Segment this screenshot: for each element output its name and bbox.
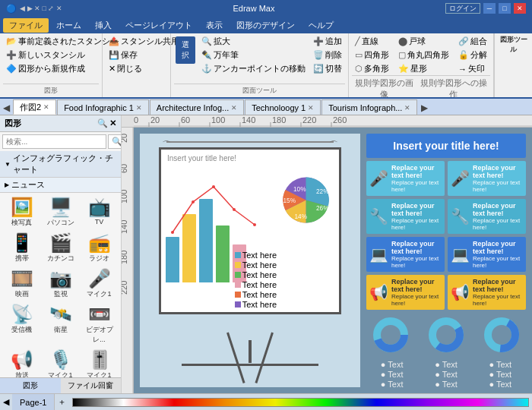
info-item-3a: 💻 Replace your text here! Replace your t… [366,237,445,272]
menu-insert[interactable]: 挿入 [89,18,118,33]
ribbon-new-from-shape[interactable]: 🔷 図形から新規作成 [3,62,99,75]
board-stand-left [226,333,245,384]
tab-tourism-close[interactable]: ✕ [404,104,410,112]
page-tab-1[interactable]: Page-1 [12,394,55,410]
sidebar-search-icon[interactable]: 🔍 [97,118,108,128]
menu-home[interactable]: ホーム [50,18,87,33]
sidebar-item-mic2[interactable]: 🎙️ マイク1 [42,348,79,377]
info-text-1a-main: Replace your text here! [391,164,442,179]
ribbon-polygon[interactable]: ⬡多角形 [352,62,392,75]
text-label-group-1: ● Text ● Text ● Text [381,360,404,387]
close-button[interactable]: ✕ [514,3,526,14]
sidebar-item-mobile[interactable]: 📱 携帯 [3,232,40,266]
ribbon-close[interactable]: ✕ 閉じる [106,62,167,75]
tabs-nav-left[interactable]: ◀ [0,101,13,115]
tab-technology[interactable]: Technoloogy 1 ✕ [245,99,321,115]
tab-food-infographic[interactable]: Food Infographic 1 ✕ [57,99,149,115]
laptop-info-icon-2: 💻 [451,245,470,263]
text-label-6: ● Text [435,380,458,387]
sidebar-search-button[interactable]: 🔍 [108,134,122,149]
sidebar-item-camera[interactable]: 📷 監視 [42,267,79,301]
sidebar-search: 🔍 [0,132,121,151]
menu-file[interactable]: ファイル [3,18,49,33]
sidebar-item-antenna[interactable]: 📡 受信機 [3,303,40,347]
tab-food-close[interactable]: ✕ [136,104,142,112]
ribbon-zoom[interactable]: 🔍拡大 [198,35,309,48]
sidebar-category-infographic[interactable]: ▼ インフォグラフィック・チャート [0,151,121,178]
text-label-group-3: ● Text ● Text ● Text [489,360,511,387]
ribbon-arrow[interactable]: →矢印 [455,62,490,75]
maximize-button[interactable]: □ [499,3,511,14]
svg-text:14%: 14% [295,213,308,220]
ribbon-combine[interactable]: 🔗組合 [455,35,490,48]
menu-view[interactable]: 表示 [200,18,229,33]
sidebar-item-video[interactable]: 📼 ビデオプレ... [81,303,118,347]
ribbon-predefined-stencil[interactable]: 📂 事前定義されたスタンシル [3,35,99,48]
sidebar-item-mic3[interactable]: 🎚️ マイク1 [81,348,118,377]
minimize-button[interactable]: ─ [483,3,496,14]
ribbon-shapes-lib-section: ╱直線 ▭四角形 ⬡多角形 ⬤戸球 ▢角丸四角形 ⭐星形 [349,33,494,97]
ribbon-anchor[interactable]: ⚓アンカーポイントの移動 [198,62,309,75]
sidebar-item-mic1[interactable]: 🎤 マイク1 [81,267,118,301]
ribbon-save[interactable]: 💾 保存 [106,49,167,62]
menu-shape-design[interactable]: 図形のデザイン [230,18,301,33]
sidebar-item-tv[interactable]: 📺 TV [81,196,118,230]
svg-text:60: 60 [181,115,190,125]
page-tabs-add[interactable]: ＋ [55,396,69,408]
tab-drawing2[interactable]: 作図2 ✕ [13,99,56,115]
tab-arch-close[interactable]: ✕ [231,104,237,112]
tab-tech-close[interactable]: ✕ [308,104,314,112]
menu-help[interactable]: ヘルプ [302,18,340,33]
sidebar-item-photo[interactable]: 🖼️ 検写真 [3,196,40,230]
ribbon-stencil-share[interactable]: 📤 スタンシル共用 [106,35,167,48]
ribbon-decompose[interactable]: 🔓分解 [455,49,490,62]
sidebar-search-input[interactable] [2,134,106,149]
ribbon-select-btn[interactable]: 選択 [174,35,197,65]
ribbon-shapes-items: 📂 事前定義されたスタンシル ➕ 新しいスタンシル 🔷 図形から新規作成 [3,35,99,84]
sidebar-item-satellite[interactable]: 🛰️ 衛星 [42,303,79,347]
info-text-2a-main: Replace your text here! [391,202,442,217]
login-button[interactable]: ログイン [445,3,480,14]
sidebar-item-broadcast[interactable]: 📢 放送 [3,348,40,377]
canvas-content[interactable]: ⌒ ⌒ Insert your title here! [134,128,532,393]
satellite-icon: 🛰️ [49,305,72,323]
tab-drawing2-close[interactable]: ✕ [43,103,49,111]
sidebar-item-film[interactable]: 🎞️ 映画 [3,267,40,301]
info-row-3: 💻 Replace your text here! Replace your t… [366,237,526,272]
sidebar-item-clapper[interactable]: 🎬 カチンコ [42,232,79,266]
tab-architecture[interactable]: Architecture Infog... ✕ [150,99,244,115]
select-btn-inner[interactable]: 選択 [176,36,195,64]
tab-tourism[interactable]: Tourism Infograph... ✕ [321,99,417,115]
info-text-2a-sub: Replace your text here! [391,217,442,231]
mobile-icon: 📱 [11,234,33,252]
sidebar-item-radio[interactable]: 📻 ラジオ [81,232,118,266]
tabs-nav-right[interactable]: ▶ [418,101,431,115]
ribbon-add[interactable]: ➕追加 [310,35,345,48]
camera-icon: 📷 [49,270,72,288]
ribbon-rounded-rect[interactable]: ▢角丸四角形 [395,49,452,62]
ribbon-ball[interactable]: ⬤戸球 [395,35,452,48]
news-arrow-icon: ▶ [5,181,9,188]
color-palette[interactable] [72,398,529,407]
info-text-1a-sub: Replace your text here! [391,179,442,193]
sidebar-item-pc[interactable]: 🖥️ パソコン [42,196,79,230]
ribbon-stencil-items: 📤 スタンシル共用 💾 保存 ✕ 閉じる [106,35,167,96]
ribbon-delete[interactable]: 🗑️削除 [310,49,345,62]
ribbon-switch[interactable]: 🔄切替 [310,62,345,75]
ruler-horizontal: 0 20 60 100 140 180 220 260 [122,115,532,128]
ruler-vertical: 20 60 100 140 180 220 [122,128,134,393]
ribbon-new-stencil[interactable]: ➕ 新しいスタンシル [3,49,99,62]
page-tabs-nav-left[interactable]: ◀ [0,397,12,407]
sidebar-tab-shapes[interactable]: 図形 [0,378,61,393]
donut-item-1 [372,316,410,354]
menu-page-layout[interactable]: ページレイアウト [119,18,198,33]
sidebar-close-icon[interactable]: ✕ [109,118,116,128]
sidebar-category-news[interactable]: ▶ ニュース [0,178,121,193]
sidebar-tab-file[interactable]: ファイル回窗 [61,378,122,393]
ribbon-line[interactable]: ╱直線 [352,35,392,48]
ribbon-rect[interactable]: ▭四角形 [352,49,392,62]
info-row-2: 🔧 Replace your text here! Replace your t… [366,199,526,234]
info-text-2a: Replace your text here! Replace your tex… [391,202,442,231]
ribbon-pen[interactable]: ✒️万年筆 [198,49,309,62]
ribbon-star[interactable]: ⭐星形 [395,62,452,75]
